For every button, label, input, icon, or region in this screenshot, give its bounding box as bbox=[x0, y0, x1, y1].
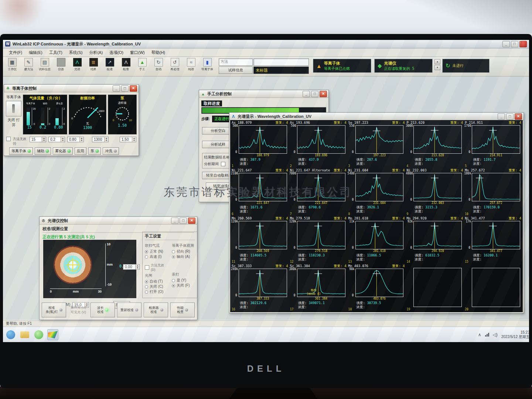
spectra-close-button[interactable]: ✕ bbox=[515, 113, 522, 120]
manual-window-titlebar[interactable]: ▲ 手工分析控制 _ □ ✕ bbox=[199, 90, 328, 98]
spectrum-cell-10[interactable]: Mn 257.672重复: 4180k0257.672强度: 170159.0浓… bbox=[464, 168, 522, 216]
spectrum-cell-12[interactable]: Mn 279.518重复: 4120k0279.518强度: 118230.3浓… bbox=[289, 216, 347, 264]
plasma-泵-button[interactable]: 泵 bbox=[88, 147, 101, 155]
app-titlebar[interactable]: W WinLab32 ICP Continuous - 光谱显示 - Wavel… bbox=[3, 40, 529, 48]
wavelength-calibrate-button[interactable]: 波长校准 bbox=[91, 303, 115, 317]
plasma-method-checkbox[interactable] bbox=[6, 137, 11, 141]
spectrum-cell-1[interactable]: As 188.979重复: 45000188.979强度: 387.9浓度:1 bbox=[231, 121, 289, 168]
view-position-spinner[interactable]: 0.00▲▼ bbox=[123, 264, 140, 270]
spectrum-cell-6[interactable]: Ni 221.647重复: 421000221.647强度: 1671.6浓度:… bbox=[231, 168, 289, 216]
shutter-option[interactable]: 关闭 (C) bbox=[145, 284, 168, 289]
menu-item[interactable]: 窗口(W) bbox=[127, 49, 148, 56]
toolbar-button-校准[interactable]: ↗校准 bbox=[102, 58, 117, 72]
spectra-minimize-button[interactable]: _ bbox=[498, 113, 505, 120]
menu-item[interactable]: 文件(F) bbox=[6, 49, 25, 56]
performance-check-button[interactable]: 性能检查 bbox=[170, 303, 195, 317]
spectrum-cell-13[interactable]: Mn 281.618重复: 411k0281.618强度: 11066.5浓度:… bbox=[348, 216, 406, 264]
pump-rate-spinner[interactable]: 1.50▲▼ bbox=[120, 137, 136, 142]
tray-chevron-icon[interactable]: ∧ bbox=[478, 332, 481, 337]
spectrum-cell-8[interactable]: Ni 231.604重复: 454000231.604强度: 3926.1浓度:… bbox=[348, 168, 406, 216]
plasma-view-option[interactable]: 径向 (R) bbox=[172, 249, 195, 254]
manual-close-button[interactable]: ✕ bbox=[320, 91, 327, 97]
spectrometer-close-button[interactable]: ✕ bbox=[188, 218, 195, 224]
taskbar-folder-icon[interactable] bbox=[19, 329, 30, 340]
spectra-window-titlebar[interactable]: Λ 光谱显示 - Wavelength_Calibration_UV _ □ ✕ bbox=[229, 113, 524, 120]
menu-item[interactable]: 编辑(E) bbox=[26, 49, 45, 56]
rf-power-spinner[interactable]: 1300▲▼ bbox=[92, 137, 109, 142]
menu-item[interactable]: 分析(A) bbox=[86, 49, 106, 56]
toolbar-button-光谱[interactable]: Λ光谱 bbox=[69, 58, 85, 72]
taskbar-security-icon[interactable] bbox=[33, 329, 44, 340]
toolbar-button-手工[interactable]: ▲手工 bbox=[134, 58, 150, 72]
plasma-close-button[interactable]: ✕ bbox=[130, 85, 137, 92]
spectrum-cell-5[interactable]: P 214.911重复: 417000214.911强度: 1191.7浓度:5 bbox=[464, 121, 522, 168]
menu-item[interactable]: 帮助(H) bbox=[149, 49, 168, 56]
spectrum-cell-16[interactable]: Sc 387.333重复: 4240k0387.333强度: 302129.6浓… bbox=[231, 264, 289, 311]
toolbar-button-检查[interactable]: Λ检查 bbox=[118, 58, 134, 72]
spectrometer-window-titlebar[interactable]: ✇ 光谱仪控制 _ □ ✕ bbox=[40, 217, 197, 225]
spectrum-cell-19[interactable]: 19 bbox=[406, 264, 464, 311]
hg-lamp-option[interactable]: 是 (Y) bbox=[172, 278, 195, 283]
status-spinner[interactable]: ▲▼ bbox=[434, 59, 440, 70]
volume-icon[interactable]: ◁) bbox=[493, 332, 498, 337]
spectra-restore-button[interactable]: □ bbox=[506, 113, 514, 120]
toolbar-button-再处理[interactable]: ↺再处理 bbox=[167, 58, 183, 72]
recalibrate-button[interactable]: 重新校准 bbox=[117, 303, 141, 317]
shutter-option[interactable]: 打开 (O) bbox=[145, 289, 168, 294]
toolbar-button-工作区[interactable]: ▦工作区 bbox=[4, 58, 20, 72]
method-value-field[interactable] bbox=[253, 58, 309, 66]
aux-flow-spinner[interactable]: 0.2▲▼ bbox=[48, 137, 65, 142]
spectrum-cell-2[interactable]: As 193.696重复: 45000193.696强度: 437.9浓度:2 bbox=[289, 121, 347, 168]
spectrum-cell-18[interactable]: Mn 403.076重复: 490k0403.076强度: 38739.5浓度:… bbox=[348, 264, 406, 311]
spectrum-cell-20[interactable]: 20 bbox=[464, 264, 522, 311]
red-notification-icon[interactable] bbox=[521, 41, 527, 47]
detector-calibrate-button[interactable]: 检测器校准 bbox=[144, 303, 168, 317]
spectrum-cell-4[interactable]: P 213.620重复: 430000213.620强度: 2055.8浓度:4 bbox=[406, 121, 464, 168]
toolbar-button-结果[interactable]: ≣结果 bbox=[86, 58, 101, 72]
minimize-button[interactable]: _ bbox=[502, 41, 510, 47]
toolbar-button-仪器[interactable]: 仪器 bbox=[53, 58, 69, 72]
purge-flow-option[interactable]: 正常 (N) bbox=[145, 249, 168, 254]
mg-method-checkbox[interactable] bbox=[145, 265, 149, 270]
hg-lamp-option[interactable]: 关闭 (F) bbox=[172, 283, 195, 288]
shutter-option[interactable]: 自动 (T) bbox=[145, 279, 168, 284]
spectrometer-maximize-button[interactable]: □ bbox=[180, 218, 187, 224]
plasma-等离子体-button[interactable]: 等离子体 bbox=[9, 147, 33, 155]
plasma-flow-spinner[interactable]: 15▲▼ bbox=[30, 137, 46, 142]
plasma-辅助-button[interactable]: 辅助 bbox=[35, 147, 51, 155]
menu-item[interactable]: 工具(T) bbox=[46, 49, 65, 56]
sample-info-button[interactable]: 试样信息 bbox=[219, 66, 253, 74]
manual-maximize-button[interactable]: □ bbox=[311, 91, 318, 97]
taskbar-browser-icon[interactable] bbox=[5, 329, 16, 340]
network-signal-icon[interactable] bbox=[485, 333, 489, 337]
menu-item[interactable]: 选项(O) bbox=[106, 49, 126, 56]
plasma-view-option[interactable]: 轴向 (A) bbox=[172, 254, 195, 259]
taskbar-clock[interactable]: 15:23 2022/5/12 星期五 bbox=[501, 330, 529, 339]
spectrum-cell-11[interactable]: Mn 260.569重复: 4120k0260.569强度: 114605.5浓… bbox=[231, 216, 289, 264]
plasma-off-button[interactable]: 关闭 bbox=[8, 118, 15, 122]
view-position-marker[interactable] bbox=[68, 260, 79, 272]
toolbar-button-建方法[interactable]: ✎建方法 bbox=[21, 58, 36, 72]
spectrum-cell-15[interactable]: Ni 341.477重复: 417k0341.477强度: 16200.1浓度:… bbox=[464, 216, 522, 264]
spectrum-cell-17[interactable]: Sc 361.384重复: 4380k0361.384强度: 349071.1浓… bbox=[289, 264, 347, 311]
plasma-window-titlebar[interactable]: ≙ 等离子体控制 _ □ ✕ bbox=[4, 85, 139, 92]
plasma-雾化器-button[interactable]: 雾化器 bbox=[53, 147, 73, 155]
nebulizer-flow-spinner[interactable]: 0.80▲▼ bbox=[67, 137, 84, 142]
toolbar-button-试样信息[interactable]: ▤试样信息 bbox=[37, 58, 52, 72]
plasma-maximize-button[interactable]: □ bbox=[121, 85, 129, 92]
spectrum-cell-3[interactable]: Se 197.223重复: 45500197.223强度: 287.6浓度:3 bbox=[348, 121, 406, 168]
spectrum-cell-9[interactable]: Ni 232.003重复: 448000232.003强度: 3215.3浓度:… bbox=[406, 168, 464, 216]
maximize-button[interactable]: □ bbox=[511, 41, 518, 47]
analysis-period-checkbox[interactable] bbox=[221, 162, 225, 166]
spectrometer-minimize-button[interactable]: _ bbox=[171, 218, 178, 224]
toolbar-button-等离子体[interactable]: ▮等离子体 bbox=[200, 58, 215, 72]
plasma-冲洗-button[interactable]: 冲洗 bbox=[103, 147, 119, 155]
spectrum-cell-7[interactable]: Ni 221.647 Alternate重复: 470000221.647强度:… bbox=[289, 168, 347, 216]
plasma-应用-button[interactable]: 应用 bbox=[75, 147, 86, 155]
menu-item[interactable]: 系统(S) bbox=[66, 49, 86, 56]
calibrate-lamp-button[interactable]: 校准汞(氩)灯 bbox=[42, 303, 66, 317]
plasma-minimize-button[interactable]: _ bbox=[113, 85, 120, 92]
purge-flow-option[interactable]: 高速 (I) bbox=[145, 254, 168, 259]
spectrum-cell-14[interactable]: Mn 294.920重复: 492k0294.920强度: 61032.5浓度:… bbox=[406, 216, 464, 264]
toolbar-button-纯谱[interactable]: ≈纯谱 bbox=[183, 58, 199, 72]
